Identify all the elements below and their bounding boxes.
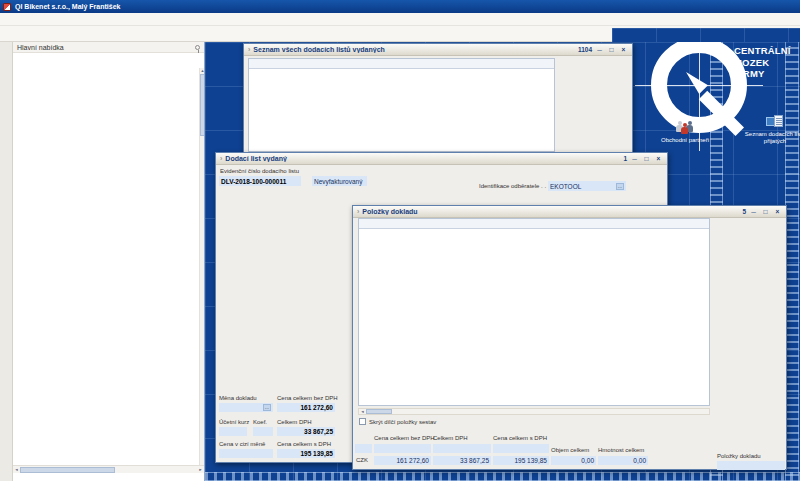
- footer-empty-field: [355, 444, 372, 453]
- hide-subitems-row: Skrýt dílčí položky sestav: [359, 418, 436, 425]
- desktop-icon-received-delivery-notes[interactable]: Seznam dodacích listů přijatých: [743, 114, 800, 145]
- window-menu-icon[interactable]: ›: [248, 46, 250, 53]
- scroll-left-icon[interactable]: ◄: [359, 409, 366, 414]
- window-delivery-notes-list: › Seznam všech dodacích listů vydaných 1…: [243, 43, 633, 155]
- footer-empty-field: [493, 444, 549, 453]
- maximize-button[interactable]: □: [607, 45, 616, 54]
- footer-weight: 0,00: [598, 456, 648, 465]
- tree-vertical-scrollbar[interactable]: ▲: [199, 68, 204, 465]
- logo-line: FIRMY: [734, 68, 791, 80]
- footer-empty-field: [433, 444, 491, 453]
- footer-total-vat: 195 139,85: [493, 456, 549, 465]
- scroll-right-icon[interactable]: ►: [197, 467, 204, 472]
- window-menu-icon[interactable]: ›: [220, 155, 222, 162]
- people-icon: [674, 120, 696, 135]
- customer-id-value: EKOTOOL: [550, 183, 581, 190]
- scrollbar-thumb[interactable]: [200, 74, 204, 136]
- mdi-desktop: CENTRÁLNÍ MOZEK FIRMY Obchodní partneři …: [205, 42, 800, 481]
- footer-volume: 0,00: [551, 456, 596, 465]
- footer-label: Cena celkem s DPH: [493, 435, 547, 441]
- window-titlebar[interactable]: › Seznam všech dodacích listů vydaných 1…: [244, 44, 632, 56]
- desktop-icon-business-partners[interactable]: Obchodní partneři: [653, 120, 717, 144]
- footer-label: Objem celkem: [551, 447, 589, 453]
- items-horizontal-scrollbar[interactable]: ◄: [358, 408, 710, 415]
- footer-label: Cena celkem bez DPH: [374, 435, 435, 441]
- window-titlebar[interactable]: › Položky dokladu 5 ─ □ ×: [353, 206, 786, 218]
- logo-line: CENTRÁLNÍ: [734, 45, 791, 57]
- blueprint-ladder-right-edge: [785, 42, 799, 481]
- foreign-price-field[interactable]: [219, 449, 273, 458]
- lookup-button[interactable]: ...: [616, 183, 624, 190]
- logo-line: MOZEK: [734, 57, 791, 69]
- items-panel-field[interactable]: [717, 461, 785, 470]
- koef-label: Koef.: [253, 419, 267, 425]
- window-menu-icon[interactable]: ›: [357, 208, 359, 215]
- menubar: [0, 13, 800, 26]
- customer-id-field[interactable]: EKOTOOL ...: [548, 181, 626, 191]
- footer-total-no-vat: 161 272,60: [374, 456, 431, 465]
- function-tree: ▲: [13, 68, 204, 465]
- total-vat-value: 195 139,85: [277, 449, 335, 458]
- close-button[interactable]: ×: [773, 207, 782, 216]
- panel-header: Hlavní nabídka: [13, 42, 204, 53]
- currency-field[interactable]: ...: [219, 403, 273, 412]
- total-vat-label: Cena celkem s DPH: [277, 441, 331, 447]
- footer-label: Celkem DPH: [433, 435, 468, 441]
- vat-value: 33 867,25: [277, 427, 335, 436]
- qi-app-icon: [3, 3, 11, 11]
- items-table: [358, 218, 710, 406]
- doc-status-field: Nevyfakturovaný: [312, 176, 367, 186]
- desktop-icon-label: Obchodní partneři: [653, 137, 717, 144]
- table-header-row: [359, 219, 709, 229]
- items-panel-label: Položky dokladu: [717, 453, 761, 459]
- footer-vat: 33 867,25: [433, 456, 491, 465]
- window-title: Dodací list vydaný: [225, 155, 620, 162]
- window-number-badge: 1: [623, 155, 627, 162]
- minimize-button[interactable]: ─: [749, 207, 758, 216]
- lookup-button[interactable]: ...: [263, 404, 271, 411]
- maximize-button[interactable]: □: [642, 154, 651, 163]
- window-title: Seznam všech dodacích listů vydaných: [253, 46, 575, 53]
- maximize-button[interactable]: □: [761, 207, 770, 216]
- footer-currency: CZK: [356, 457, 368, 463]
- rate-field[interactable]: [219, 427, 247, 436]
- scrollbar-thumb[interactable]: [366, 409, 392, 414]
- close-button[interactable]: ×: [654, 154, 663, 163]
- checkbox-label: Skrýt dílčí položky sestav: [369, 419, 436, 425]
- minimize-button[interactable]: ─: [630, 154, 639, 163]
- window-number-badge: 1104: [578, 46, 592, 53]
- currency-label: Měna dokladu: [219, 395, 257, 401]
- footer-label: Hmotnost celkem: [598, 447, 644, 453]
- panel-title: Hlavní nabídka: [17, 44, 64, 51]
- main-menu-panel: Hlavní nabídka ▲ ◄ ►: [13, 42, 205, 481]
- desktop-background-sliver: [612, 28, 800, 42]
- total-no-vat-label: Cena celkem bez DPH: [277, 395, 338, 401]
- hide-subitems-checkbox[interactable]: [359, 418, 366, 425]
- footer-empty-field: [374, 444, 431, 453]
- table-header-row: [249, 59, 554, 69]
- scroll-left-icon[interactable]: ◄: [13, 467, 20, 472]
- desktop-icon-label: Seznam dodacích listů přijatých: [743, 131, 800, 145]
- documents-table: [248, 58, 555, 152]
- total-no-vat-value: 161 272,60: [277, 403, 335, 412]
- vat-label: Celkem DPH: [277, 419, 312, 425]
- window-document-items: › Položky dokladu 5 ─ □ × ◄ Skrýt dílčí …: [352, 205, 787, 470]
- close-button[interactable]: ×: [619, 45, 628, 54]
- document-disk-icon: [764, 114, 786, 129]
- window-titlebar[interactable]: › Dodací list vydaný 1 ─ □ ×: [216, 153, 667, 165]
- koef-field[interactable]: [253, 427, 273, 436]
- qi-logo-slogan: CENTRÁLNÍ MOZEK FIRMY: [734, 45, 791, 80]
- foreign-price-label: Cena v cizí měně: [219, 441, 265, 447]
- tree-toolbar: [13, 53, 204, 68]
- doc-number-field[interactable]: DLV-2018-100-000011: [219, 176, 301, 186]
- blueprint-ladder-bottom: [205, 472, 800, 481]
- scrollbar-thumb[interactable]: [20, 467, 115, 473]
- window-title: Položky dokladu: [362, 208, 739, 215]
- pin-icon[interactable]: [195, 45, 200, 50]
- tree-horizontal-scrollbar[interactable]: ◄ ►: [13, 465, 204, 473]
- sidebar-rail: [0, 42, 13, 481]
- minimize-button[interactable]: ─: [595, 45, 604, 54]
- doc-number-label: Evidenční číslo dodacího listu: [220, 168, 299, 174]
- window-number-badge: 5: [742, 208, 746, 215]
- app-title: QI Bikenet s.r.o., Malý František: [15, 3, 120, 10]
